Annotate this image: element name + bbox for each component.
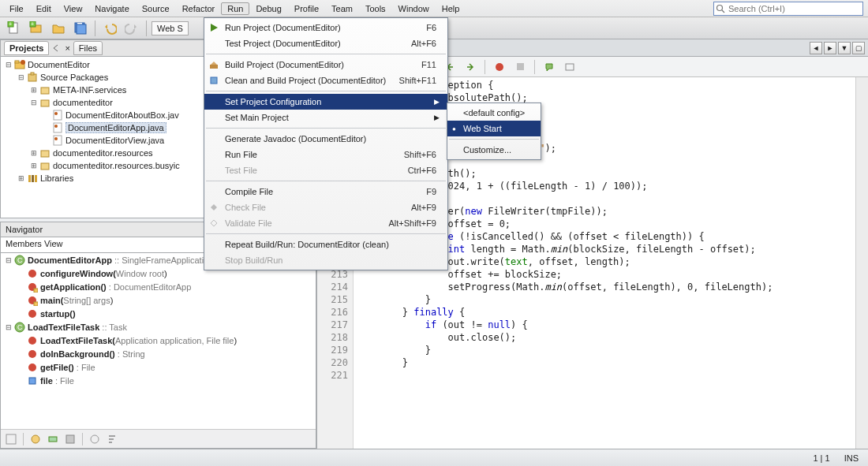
open-button[interactable] xyxy=(49,20,68,37)
svg-rect-45 xyxy=(6,434,16,444)
tree-twisty-icon[interactable]: ⊟ xyxy=(17,73,26,81)
uncomment-icon[interactable] xyxy=(562,59,578,75)
tree-twisty-icon[interactable]: ⊟ xyxy=(4,61,13,69)
svg-rect-14 xyxy=(15,61,19,63)
show-inherited-icon[interactable] xyxy=(30,434,41,445)
menu-item-test-project-documenteditor[interactable]: Test Project (DocumentEditor)Alt+F6 xyxy=(204,35,447,51)
members-tree[interactable]: ⊟CDocumentEditorApp :: SingleFrameApplic… xyxy=(0,253,316,449)
tab-list-dropdown[interactable]: ▼ xyxy=(838,42,851,54)
menu-help[interactable]: Help xyxy=(436,2,466,15)
member-node[interactable]: getApplication() : DocumentEditorApp xyxy=(1,280,316,293)
svg-text:+: + xyxy=(9,21,12,27)
menu-refactor[interactable]: Refactor xyxy=(176,2,222,15)
tree-label: META-INF.services xyxy=(53,85,126,95)
menu-item-set-main-project[interactable]: Set Main Project▶ xyxy=(204,110,447,125)
tree-twisty-icon[interactable]: ⊞ xyxy=(29,149,39,157)
show-nonpublic-icon[interactable] xyxy=(89,434,100,445)
radio-bullet-icon: ● xyxy=(452,125,456,132)
svg-rect-27 xyxy=(41,163,49,170)
svg-rect-24 xyxy=(54,136,62,145)
menu-item-compile-file[interactable]: Compile FileF9 xyxy=(204,184,447,199)
tree-twisty-icon[interactable]: ⊞ xyxy=(17,174,26,182)
class-icon: C xyxy=(13,322,26,333)
menu-item-set-project-configuration[interactable]: Set Project Configuration▶ xyxy=(204,94,447,110)
new-project-button[interactable]: + xyxy=(27,20,46,37)
member-node[interactable]: ⊟CLoadTextFileTask :: Task xyxy=(1,320,316,334)
new-file-button[interactable]: + xyxy=(5,20,24,37)
member-node[interactable]: LoadTextFileTask(Application application… xyxy=(1,334,316,347)
svg-rect-29 xyxy=(32,175,34,182)
menu-source[interactable]: Source xyxy=(136,2,176,15)
tree-label: documenteditor.resources xyxy=(53,148,153,158)
menu-view[interactable]: View xyxy=(58,2,89,15)
menu-window[interactable]: Window xyxy=(392,2,436,15)
start-macro-icon[interactable] xyxy=(492,59,507,75)
maximize-editor[interactable]: ▢ xyxy=(852,42,865,54)
menu-navigate[interactable]: Navigate xyxy=(88,2,135,15)
tree-twisty-icon[interactable]: ⊞ xyxy=(29,86,39,94)
menu-tools[interactable]: Tools xyxy=(359,2,392,15)
svg-rect-47 xyxy=(49,437,57,442)
submenu-item-web-start[interactable]: ●Web Start xyxy=(447,121,541,136)
menu-item-repeat-build-run-documenteditor-clean[interactable]: Repeat Build/Run: DocumentEditor (clean) xyxy=(204,237,447,252)
tab-scroll-left[interactable]: ◄ xyxy=(810,42,822,54)
menu-file[interactable]: File xyxy=(3,2,30,15)
menu-profile[interactable]: Profile xyxy=(288,2,325,15)
show-fields-icon[interactable] xyxy=(47,434,58,445)
member-node[interactable]: startup() xyxy=(1,307,316,320)
navigator-title: Navigator xyxy=(6,225,43,234)
menu-item-run-project-documenteditor[interactable]: Run Project (DocumentEditor)F6 xyxy=(204,20,447,35)
svg-rect-26 xyxy=(41,151,49,157)
tab-projects[interactable]: Projects xyxy=(4,41,49,55)
menu-debug[interactable]: Debug xyxy=(249,2,287,15)
vertical-scrollbar[interactable] xyxy=(855,77,868,449)
undo-button[interactable] xyxy=(100,20,119,37)
member-node[interactable]: getFile() : File xyxy=(1,360,316,374)
field-icon xyxy=(26,375,39,386)
svg-rect-30 xyxy=(35,175,37,182)
close-tab-icon[interactable]: × xyxy=(65,43,69,53)
set-config-submenu: <default config>●Web StartCustomize... xyxy=(447,103,541,160)
sort-icon[interactable] xyxy=(107,434,118,445)
tab-scroll-right[interactable]: ► xyxy=(824,42,836,54)
member-label: startup() xyxy=(40,309,76,319)
member-node[interactable]: doInBackground() : String xyxy=(1,347,316,360)
menu-item-run-file[interactable]: Run FileShift+F6 xyxy=(204,147,447,162)
member-label: main(String[] args) xyxy=(40,296,113,305)
search-input[interactable] xyxy=(728,4,862,13)
menu-item-check-file: Check FileAlt+F9 xyxy=(204,199,447,215)
tab-nav-left-icon[interactable] xyxy=(52,44,60,52)
redo-button[interactable] xyxy=(122,20,141,37)
menu-team[interactable]: Team xyxy=(325,2,359,15)
menubar: File Edit View Navigate Source Refactor … xyxy=(0,0,868,17)
show-static-icon[interactable] xyxy=(65,434,76,445)
menu-item-build-project-documenteditor[interactable]: Build Project (DocumentEditor)F11 xyxy=(204,57,447,73)
submenu-item-default-config[interactable]: <default config> xyxy=(447,105,541,121)
svg-rect-17 xyxy=(31,73,34,75)
stop-macro-icon[interactable] xyxy=(512,59,528,75)
menu-item-clean-and-build-project-documenteditor[interactable]: Clean and Build Project (DocumentEditor)… xyxy=(204,73,447,88)
comment-icon[interactable] xyxy=(541,59,557,75)
member-node[interactable]: main(String[] args) xyxy=(1,293,316,307)
svg-text:C: C xyxy=(17,323,23,331)
tree-twisty-icon[interactable]: ⊞ xyxy=(29,162,39,170)
svg-rect-37 xyxy=(34,302,38,306)
members-view-label: Members View xyxy=(6,239,63,248)
config-dropdown[interactable]: Web S xyxy=(152,21,189,35)
filter-icon[interactable] xyxy=(6,434,17,445)
submenu-item-customize[interactable]: Customize... xyxy=(447,142,541,158)
shift-right-icon[interactable] xyxy=(462,59,478,75)
global-search[interactable] xyxy=(713,2,863,16)
tree-twisty-icon[interactable]: ⊟ xyxy=(29,99,39,106)
menu-run[interactable]: Run xyxy=(221,2,249,15)
svg-point-41 xyxy=(28,337,36,345)
tree-twisty-icon[interactable]: ⊟ xyxy=(4,256,13,264)
menu-edit[interactable]: Edit xyxy=(30,2,58,15)
member-node[interactable]: file : File xyxy=(1,374,316,387)
menu-item-generate-javadoc-documenteditor[interactable]: Generate Javadoc (DocumentEditor) xyxy=(204,131,447,147)
save-all-button[interactable] xyxy=(71,20,90,37)
pkg-icon xyxy=(39,147,51,158)
tree-twisty-icon[interactable]: ⊟ xyxy=(4,323,13,331)
svg-rect-20 xyxy=(54,110,62,120)
tab-files[interactable]: Files xyxy=(73,41,103,55)
